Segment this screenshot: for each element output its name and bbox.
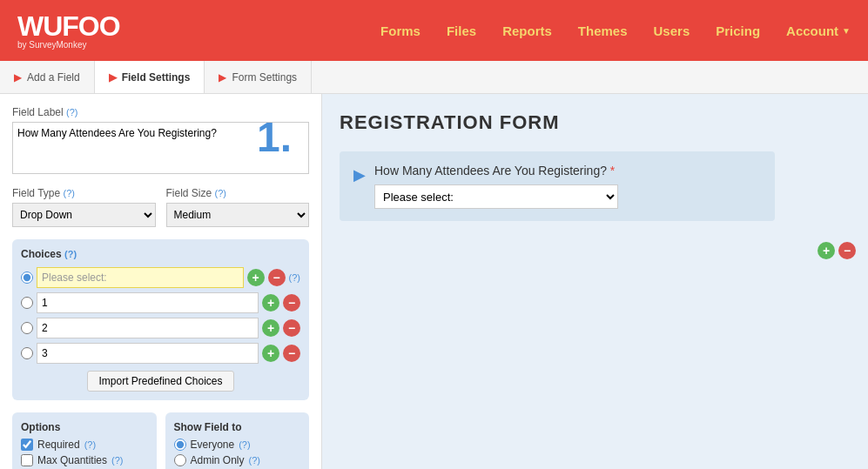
choice-add-1[interactable]: + — [262, 294, 279, 312]
question-select[interactable]: Please select: 1 2 3 — [374, 184, 618, 209]
option-max-quantities: Max Quantities (?) — [21, 454, 148, 466]
logo-area: WUFOO by SurveyMonkey — [17, 12, 120, 50]
question-label: How Many Attendees Are You Registering? … — [374, 164, 761, 178]
logo[interactable]: WUFOO — [17, 12, 120, 40]
option-required: Required (?) — [21, 439, 148, 451]
nav-forms[interactable]: Forms — [380, 23, 421, 38]
choice-input-2[interactable] — [37, 318, 259, 338]
field-type-label: Field Type (?) — [12, 187, 156, 199]
nav-files[interactable]: Files — [447, 23, 476, 38]
choices-title: Choices (?) — [21, 248, 300, 260]
choice-row-0: + − (?) — [21, 267, 300, 288]
required-help[interactable]: (?) — [84, 439, 96, 450]
step-number: 1. — [257, 113, 292, 161]
nav-account[interactable]: Account ▼ — [786, 23, 851, 38]
choice-row-1: + − — [21, 292, 300, 313]
max-quantities-help[interactable]: (?) — [111, 455, 123, 466]
field-type-size-row: Field Type (?) Drop Down Text Field Numb… — [12, 187, 309, 227]
field-settings-icon: ▶ — [109, 71, 117, 84]
max-quantities-checkbox[interactable] — [21, 454, 33, 466]
nav-pricing[interactable]: Pricing — [716, 23, 760, 38]
options-box: Options Required (?) Max Quantities (?) — [12, 412, 157, 469]
field-size-col: Field Size (?) Small Medium Large — [166, 187, 310, 227]
choice-add-2[interactable]: + — [262, 319, 279, 337]
field-type-col: Field Type (?) Drop Down Text Field Numb… — [12, 187, 156, 227]
form-title: REGISTRATION FORM — [340, 111, 851, 134]
action-buttons: + − — [818, 242, 856, 259]
field-size-label: Field Size (?) — [166, 187, 310, 199]
choice-input-0[interactable] — [37, 267, 244, 288]
field-size-select[interactable]: Small Medium Large — [166, 203, 310, 227]
choice-radio-3[interactable] — [21, 347, 33, 359]
show-field-box: Show Field to Everyone (?) Admin Only (?… — [165, 412, 310, 469]
question-arrow-icon: ▶ — [353, 165, 366, 184]
choice-remove-0[interactable]: − — [268, 269, 286, 286]
subnav: ▶ Add a Field ▶ Field Settings ▶ Form Se… — [0, 61, 868, 94]
tab-form-settings[interactable]: ▶ Form Settings — [205, 61, 312, 93]
show-field-title: Show Field to — [174, 421, 301, 433]
show-field-admin: Admin Only (?) — [174, 454, 301, 466]
admin-only-radio[interactable] — [174, 454, 186, 466]
field-type-help[interactable]: (?) — [64, 188, 75, 198]
header: WUFOO by SurveyMonkey Forms Files Report… — [0, 0, 868, 61]
question-add-btn[interactable]: + — [818, 242, 835, 259]
question-remove-btn[interactable]: − — [838, 242, 856, 259]
tab-field-settings[interactable]: ▶ Field Settings — [95, 61, 205, 93]
admin-only-help[interactable]: (?) — [249, 455, 260, 466]
import-predefined-btn[interactable]: Import Predefined Choices — [87, 371, 233, 392]
choice-row-2: + − — [21, 318, 300, 338]
right-panel: REGISTRATION FORM ▶ How Many Attendees A… — [322, 94, 868, 469]
choice-input-1[interactable] — [37, 292, 259, 313]
nav-themes[interactable]: Themes — [578, 23, 628, 38]
logo-sub: by SurveyMonkey — [17, 40, 120, 50]
field-size-help[interactable]: (?) — [215, 188, 226, 198]
options-row: Options Required (?) Max Quantities (?) … — [12, 412, 309, 469]
choice-add-3[interactable]: + — [262, 345, 279, 362]
choice-radio-0[interactable] — [21, 271, 33, 284]
form-settings-icon: ▶ — [219, 71, 226, 84]
choice-remove-2[interactable]: − — [283, 319, 300, 337]
required-checkbox[interactable] — [21, 439, 33, 451]
choice-radio-1[interactable] — [21, 297, 33, 309]
choice-input-3[interactable] — [37, 343, 259, 364]
main-nav: Forms Files Reports Themes Users Pricing… — [380, 23, 851, 38]
everyone-radio[interactable] — [174, 439, 186, 451]
form-question-block: ▶ How Many Attendees Are You Registering… — [340, 151, 775, 221]
left-panel: Field Label (?) 1. How Many Attendees Ar… — [0, 94, 322, 469]
tab-add-field[interactable]: ▶ Add a Field — [0, 61, 95, 93]
question-content: How Many Attendees Are You Registering? … — [374, 164, 761, 209]
options-title: Options — [21, 421, 148, 433]
choice-remove-3[interactable]: − — [283, 345, 300, 362]
field-type-select[interactable]: Drop Down Text Field Number Email — [12, 203, 156, 227]
choices-help[interactable]: (?) — [64, 249, 77, 259]
choice-help-0[interactable]: (?) — [289, 272, 300, 283]
nav-reports[interactable]: Reports — [502, 23, 552, 38]
show-field-everyone: Everyone (?) — [174, 439, 301, 451]
field-label-help[interactable]: (?) — [66, 107, 77, 117]
required-star: * — [610, 164, 615, 178]
nav-users[interactable]: Users — [654, 23, 690, 38]
choice-radio-2[interactable] — [21, 322, 33, 334]
choice-add-0[interactable]: + — [247, 269, 265, 286]
account-arrow-icon: ▼ — [842, 26, 851, 36]
choice-remove-1[interactable]: − — [283, 294, 300, 312]
everyone-help[interactable]: (?) — [239, 439, 250, 450]
field-label-section: Field Label (?) 1. How Many Attendees Ar… — [12, 106, 309, 177]
choice-row-3: + − — [21, 343, 300, 364]
main-content: Field Label (?) 1. How Many Attendees Ar… — [0, 94, 868, 469]
add-field-icon: ▶ — [14, 71, 22, 84]
choices-box: Choices (?) + − (?) + − — [12, 239, 309, 400]
